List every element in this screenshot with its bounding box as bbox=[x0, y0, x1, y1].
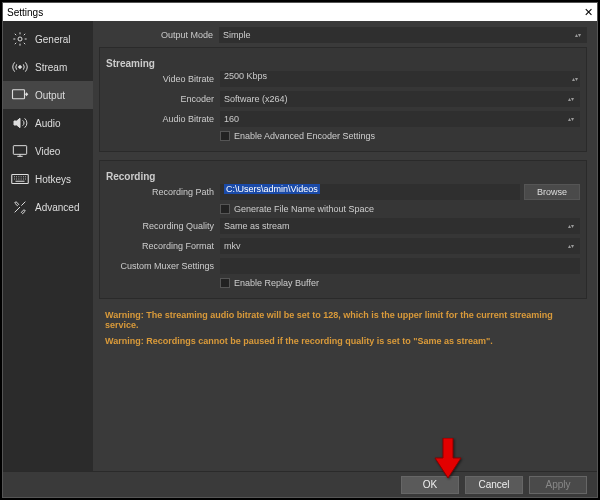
sidebar-label: Stream bbox=[35, 62, 67, 73]
output-icon bbox=[11, 87, 29, 103]
svg-point-0 bbox=[18, 37, 22, 41]
close-icon[interactable]: ✕ bbox=[584, 6, 593, 19]
chevron-updown-icon: ▴▾ bbox=[566, 97, 576, 102]
browse-button[interactable]: Browse bbox=[524, 184, 580, 200]
spinner-icon[interactable]: ▴▾ bbox=[570, 77, 580, 82]
audio-bitrate-label: Audio Bitrate bbox=[100, 114, 220, 124]
speaker-icon bbox=[11, 115, 29, 131]
sidebar-label: Audio bbox=[35, 118, 61, 129]
svg-rect-2 bbox=[13, 90, 25, 99]
video-bitrate-label: Video Bitrate bbox=[100, 74, 220, 84]
sidebar-item-general[interactable]: General bbox=[3, 25, 93, 53]
settings-window: Settings ✕ General Stream Output Audio bbox=[2, 2, 598, 498]
audio-bitrate-select[interactable]: 160▴▾ bbox=[220, 111, 580, 127]
svg-point-1 bbox=[19, 66, 22, 69]
video-bitrate-input[interactable]: 2500 Kbps▴▾ bbox=[220, 71, 580, 87]
recording-section: Recording Recording Path C:\Users\admin\… bbox=[99, 160, 587, 299]
sidebar-label: Video bbox=[35, 146, 60, 157]
chevron-updown-icon: ▴▾ bbox=[566, 244, 576, 249]
chevron-updown-icon: ▴▾ bbox=[573, 33, 583, 38]
muxer-input[interactable] bbox=[220, 258, 580, 274]
recording-path-input[interactable]: C:\Users\admin\Videos bbox=[220, 184, 520, 200]
chevron-updown-icon: ▴▾ bbox=[566, 224, 576, 229]
sidebar-item-audio[interactable]: Audio bbox=[3, 109, 93, 137]
checkbox-icon bbox=[220, 278, 230, 288]
recording-path-label: Recording Path bbox=[100, 187, 220, 197]
sidebar-label: Output bbox=[35, 90, 65, 101]
streaming-title: Streaming bbox=[106, 58, 580, 69]
encoder-select[interactable]: Software (x264)▴▾ bbox=[220, 91, 580, 107]
encoder-label: Encoder bbox=[100, 94, 220, 104]
streaming-section: Streaming Video Bitrate 2500 Kbps▴▾ Enco… bbox=[99, 47, 587, 152]
chevron-updown-icon: ▴▾ bbox=[566, 117, 576, 122]
cancel-button[interactable]: Cancel bbox=[465, 476, 523, 494]
warning-text: Warning: Recordings cannot be paused if … bbox=[105, 336, 587, 346]
antenna-icon bbox=[11, 59, 29, 75]
sidebar-item-hotkeys[interactable]: Hotkeys bbox=[3, 165, 93, 193]
keyboard-icon bbox=[11, 171, 29, 187]
titlebar: Settings ✕ bbox=[3, 3, 597, 21]
checkbox-icon bbox=[220, 131, 230, 141]
main-panel: Output Mode Simple▴▾ Streaming Video Bit… bbox=[93, 21, 597, 471]
sidebar-item-stream[interactable]: Stream bbox=[3, 53, 93, 81]
sidebar-item-advanced[interactable]: Advanced bbox=[3, 193, 93, 221]
sidebar-label: Hotkeys bbox=[35, 174, 71, 185]
window-title: Settings bbox=[7, 7, 43, 18]
muxer-label: Custom Muxer Settings bbox=[100, 261, 220, 271]
advanced-encoder-checkbox[interactable]: Enable Advanced Encoder Settings bbox=[220, 131, 580, 141]
output-mode-label: Output Mode bbox=[99, 30, 219, 40]
recording-format-label: Recording Format bbox=[100, 241, 220, 251]
replay-buffer-checkbox[interactable]: Enable Replay Buffer bbox=[220, 278, 580, 288]
sidebar-item-video[interactable]: Video bbox=[3, 137, 93, 165]
recording-title: Recording bbox=[106, 171, 580, 182]
recording-format-select[interactable]: mkv▴▾ bbox=[220, 238, 580, 254]
footer: OK Cancel Apply bbox=[3, 471, 597, 497]
monitor-icon bbox=[11, 143, 29, 159]
recording-quality-label: Recording Quality bbox=[100, 221, 220, 231]
apply-button: Apply bbox=[529, 476, 587, 494]
svg-rect-3 bbox=[13, 146, 26, 155]
tools-icon bbox=[11, 199, 29, 215]
sidebar-label: Advanced bbox=[35, 202, 79, 213]
checkbox-icon bbox=[220, 204, 230, 214]
gear-icon bbox=[11, 31, 29, 47]
filename-nospace-checkbox[interactable]: Generate File Name without Space bbox=[220, 204, 580, 214]
warning-text: Warning: The streaming audio bitrate wil… bbox=[105, 310, 587, 330]
sidebar: General Stream Output Audio Video Hotkey… bbox=[3, 21, 93, 471]
ok-button[interactable]: OK bbox=[401, 476, 459, 494]
sidebar-label: General bbox=[35, 34, 71, 45]
recording-quality-select[interactable]: Same as stream▴▾ bbox=[220, 218, 580, 234]
sidebar-item-output[interactable]: Output bbox=[3, 81, 93, 109]
output-mode-select[interactable]: Simple▴▾ bbox=[219, 27, 587, 43]
